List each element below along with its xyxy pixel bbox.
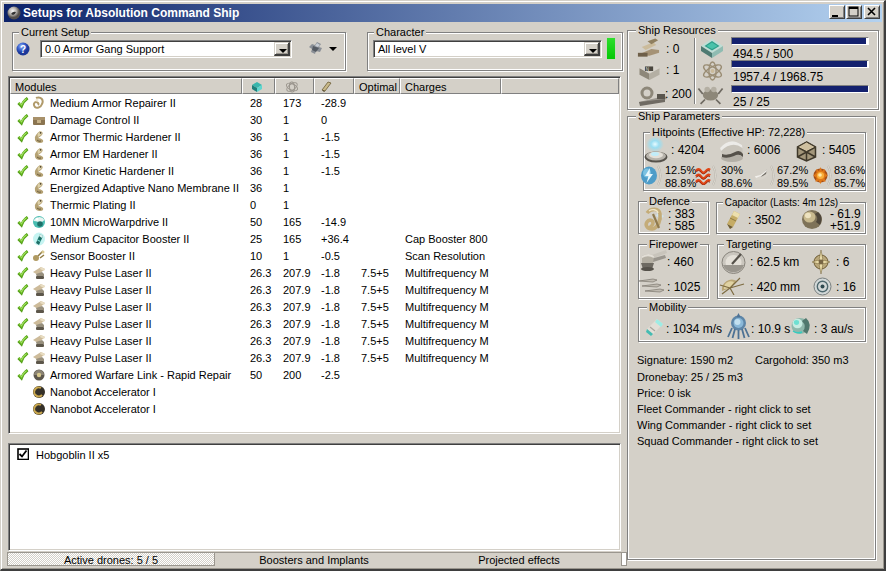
svg-text:N: N [646, 67, 649, 72]
svg-text:?: ? [20, 44, 26, 55]
